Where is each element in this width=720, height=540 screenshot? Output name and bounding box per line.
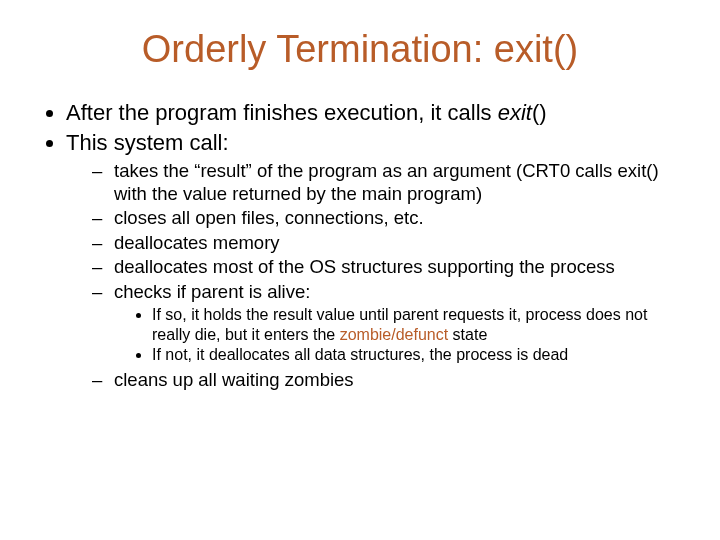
- text: deallocates most of the OS structures su…: [114, 256, 615, 277]
- sub-bullet-list: takes the “result” of the program as an …: [66, 160, 684, 391]
- slide-title: Orderly Termination: exit(): [36, 28, 684, 71]
- text: state: [448, 326, 487, 343]
- text: deallocates memory: [114, 232, 280, 253]
- text: This system call:: [66, 130, 229, 155]
- text: closes all open files, connections, etc.: [114, 207, 424, 228]
- text: checks if parent is alive:: [114, 281, 310, 302]
- sub-bullet-item: deallocates memory: [92, 232, 684, 255]
- text-accent: zombie/defunct: [340, 326, 449, 343]
- text: If not, it deallocates all data structur…: [152, 346, 568, 363]
- sub-bullet-item: takes the “result” of the program as an …: [92, 160, 684, 205]
- text: cleans up all waiting zombies: [114, 369, 354, 390]
- sub-bullet-item: cleans up all waiting zombies: [92, 369, 684, 392]
- sub-bullet-item: checks if parent is alive: If so, it hol…: [92, 281, 684, 365]
- slide: Orderly Termination: exit() After the pr…: [0, 0, 720, 540]
- subsub-bullet-item: If not, it deallocates all data structur…: [152, 345, 684, 365]
- bullet-list: After the program finishes execution, it…: [36, 99, 684, 391]
- text: (): [532, 100, 547, 125]
- text: takes the “result” of the program as an …: [114, 160, 659, 204]
- sub-bullet-item: closes all open files, connections, etc.: [92, 207, 684, 230]
- sub-bullet-item: deallocates most of the OS structures su…: [92, 256, 684, 279]
- bullet-item: After the program finishes execution, it…: [66, 99, 684, 127]
- subsub-bullet-list: If so, it holds the result value until p…: [114, 305, 684, 365]
- subsub-bullet-item: If so, it holds the result value until p…: [152, 305, 684, 344]
- text-italic: exit: [498, 100, 532, 125]
- text: After the program finishes execution, it…: [66, 100, 498, 125]
- bullet-item: This system call: takes the “result” of …: [66, 129, 684, 392]
